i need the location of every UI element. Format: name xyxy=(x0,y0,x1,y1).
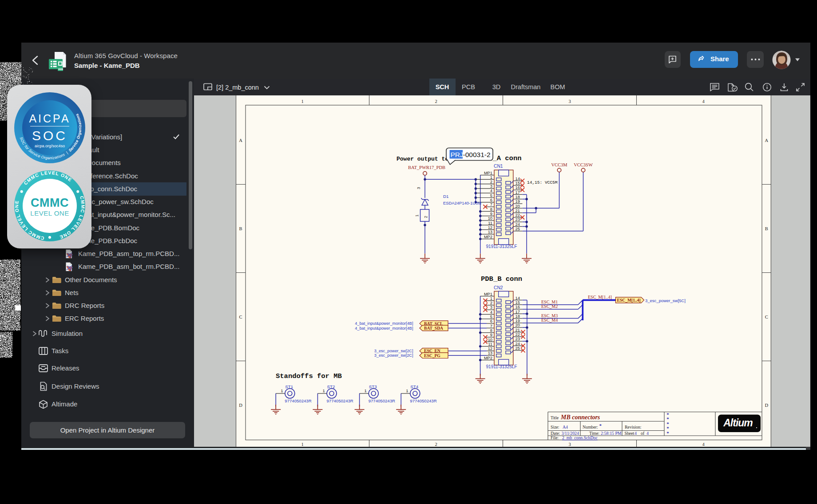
svg-text:Altium: Altium xyxy=(723,417,753,429)
svg-text:23: 23 xyxy=(516,337,520,341)
svg-text:VCC3M: VCC3M xyxy=(551,162,567,167)
svg-text:1: 1 xyxy=(322,388,325,393)
svg-text:24: 24 xyxy=(516,222,520,227)
svg-text:MP1: MP1 xyxy=(484,292,492,296)
svg-text:1: 1 xyxy=(406,388,408,393)
svg-text:MB connectors: MB connectors xyxy=(560,414,600,421)
svg-text:24: 24 xyxy=(516,342,520,346)
svg-text:A: A xyxy=(239,138,242,143)
svg-text:ST2: ST2 xyxy=(327,384,335,389)
svg-text:ESC_M[1..4]: ESC_M[1..4] xyxy=(588,295,612,299)
svg-text:4_bat_input&power_monitor[4B]: 4_bat_input&power_monitor[4B] xyxy=(355,321,413,326)
svg-text:25: 25 xyxy=(516,227,520,231)
svg-text:D: D xyxy=(765,403,769,408)
svg-text:9774050243R: 9774050243R xyxy=(327,398,353,403)
svg-text:12: 12 xyxy=(488,346,492,351)
svg-text:4: 4 xyxy=(490,189,492,193)
svg-text:B: B xyxy=(765,226,768,231)
svg-text:-00031-2: -00031-2 xyxy=(463,151,491,158)
svg-text:File:: File: xyxy=(551,435,559,440)
svg-text:8: 8 xyxy=(490,207,492,212)
svg-text:10: 10 xyxy=(488,338,492,342)
svg-text:MP2: MP2 xyxy=(484,356,492,360)
svg-text:9774050243R: 9774050243R xyxy=(369,398,395,403)
svg-text:2_mb_conn.SchDoc: 2_mb_conn.SchDoc xyxy=(562,435,598,440)
svg-text:3_esc_power_sw[2C]: 3_esc_power_sw[2C] xyxy=(374,349,413,353)
svg-text:21: 21 xyxy=(516,328,520,332)
svg-text:17: 17 xyxy=(516,190,520,195)
svg-text:11: 11 xyxy=(488,221,492,225)
svg-text:1: 1 xyxy=(415,214,419,217)
svg-text:A4: A4 xyxy=(563,425,568,429)
svg-text:7: 7 xyxy=(490,324,492,328)
svg-text:17: 17 xyxy=(516,310,520,314)
svg-text:ST3: ST3 xyxy=(369,384,377,389)
svg-text:3/11/2024: 3/11/2024 xyxy=(562,431,579,436)
svg-text:3: 3 xyxy=(416,187,421,189)
svg-text:22: 22 xyxy=(516,332,520,337)
svg-text:2:58:15 PM: 2:58:15 PM xyxy=(601,431,622,436)
svg-text:ESC_M2: ESC_M2 xyxy=(541,304,558,309)
svg-text:4_bat_input&power_monitor[4B]: 4_bat_input&power_monitor[4B] xyxy=(355,326,413,331)
svg-text:3_esc_power_sw[2C]: 3_esc_power_sw[2C] xyxy=(374,353,413,358)
svg-text:20: 20 xyxy=(516,204,520,209)
svg-text:13: 13 xyxy=(488,230,492,234)
svg-text:18: 18 xyxy=(516,195,520,199)
svg-text:PDB_B conn: PDB_B conn xyxy=(481,275,522,283)
svg-text:4: 4 xyxy=(646,431,649,436)
svg-text:14,15: VCC5M: 14,15: VCC5M xyxy=(527,180,558,185)
svg-text:15: 15 xyxy=(516,300,520,305)
svg-text:2: 2 xyxy=(435,99,437,104)
svg-text:LEVEL ONE: LEVEL ONE xyxy=(30,209,69,217)
svg-text:AICPA: AICPA xyxy=(29,112,70,125)
svg-text:ESC_PG: ESC_PG xyxy=(424,353,440,358)
svg-text:BAT_SDA: BAT_SDA xyxy=(424,326,443,331)
svg-text:91911-31325LF: 91911-31325LF xyxy=(486,244,517,249)
svg-text:14: 14 xyxy=(516,296,520,300)
svg-text:Number:: Number: xyxy=(583,425,598,429)
svg-text:A: A xyxy=(765,138,769,143)
svg-text:1: 1 xyxy=(281,388,283,393)
svg-text:Size:: Size: xyxy=(551,425,559,429)
svg-text:of: of xyxy=(641,431,645,436)
svg-text:9: 9 xyxy=(490,212,492,216)
svg-text:7: 7 xyxy=(490,202,492,207)
svg-text:14: 14 xyxy=(516,177,520,181)
svg-text:Time:: Time: xyxy=(589,431,599,436)
svg-text:CMMC: CMMC xyxy=(31,196,69,209)
svg-text:15: 15 xyxy=(516,181,520,185)
svg-text:Sheet: Sheet xyxy=(625,431,635,436)
svg-text:16: 16 xyxy=(516,305,520,309)
svg-text:1: 1 xyxy=(301,442,303,447)
svg-text:18: 18 xyxy=(516,314,520,319)
svg-text:5: 5 xyxy=(490,315,492,319)
svg-text:4: 4 xyxy=(702,442,705,447)
svg-text:1: 1 xyxy=(365,388,367,393)
svg-text:19: 19 xyxy=(516,319,520,323)
svg-text:Title: Title xyxy=(551,415,559,420)
svg-text:PRJ: PRJ xyxy=(451,151,464,158)
svg-text:19: 19 xyxy=(516,199,520,204)
svg-text:3_esc_power_sw[5C]: 3_esc_power_sw[5C] xyxy=(645,298,686,303)
svg-text:2: 2 xyxy=(490,301,492,305)
svg-text:1: 1 xyxy=(490,175,492,180)
svg-text:21: 21 xyxy=(516,209,520,213)
svg-text:8: 8 xyxy=(490,328,492,333)
svg-text:22: 22 xyxy=(516,213,520,217)
svg-text:13: 13 xyxy=(488,351,492,355)
svg-text:5: 5 xyxy=(490,193,492,198)
svg-text:23: 23 xyxy=(516,217,520,222)
svg-text:ESC_M4: ESC_M4 xyxy=(541,318,558,323)
svg-text:B: B xyxy=(239,226,242,231)
svg-text:3: 3 xyxy=(490,184,492,189)
svg-text:D1: D1 xyxy=(443,194,449,199)
svg-text:SOC: SOC xyxy=(32,128,67,143)
svg-text:C: C xyxy=(765,315,768,319)
svg-text:16: 16 xyxy=(516,185,520,190)
svg-text:2: 2 xyxy=(435,442,437,447)
svg-text:ST4: ST4 xyxy=(410,384,419,389)
svg-text:C: C xyxy=(239,315,242,319)
svg-text:MP1: MP1 xyxy=(484,171,492,175)
svg-text:ESDA24P140-1U3M: ESDA24P140-1U3M xyxy=(443,201,481,205)
svg-text:3: 3 xyxy=(568,99,571,104)
